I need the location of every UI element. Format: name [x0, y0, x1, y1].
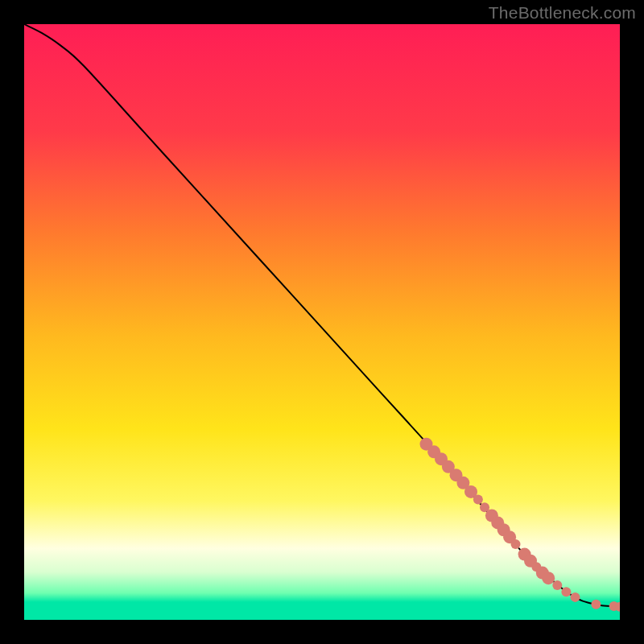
chart-frame: TheBottleneck.com	[0, 0, 644, 644]
gradient-background	[24, 24, 620, 620]
data-point	[473, 495, 483, 505]
watermark-text: TheBottleneck.com	[489, 3, 636, 23]
data-point	[552, 580, 562, 590]
data-point	[571, 592, 580, 602]
data-point	[591, 600, 601, 609]
data-point	[542, 572, 555, 584]
data-point	[511, 539, 521, 549]
plot-area	[24, 24, 620, 620]
chart-svg	[24, 24, 620, 620]
data-point	[561, 587, 571, 597]
